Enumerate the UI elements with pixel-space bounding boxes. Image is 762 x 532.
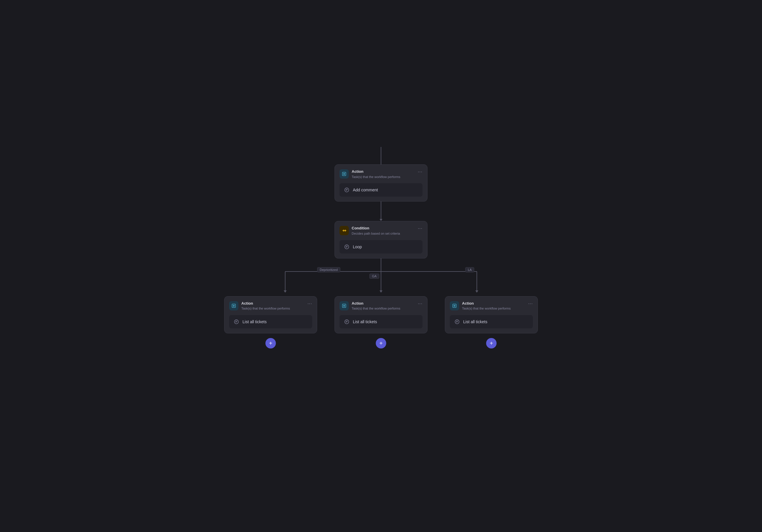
svg-point-20 [455,320,459,324]
branch-section: Deprioritized GA LA [207,259,555,348]
svg-point-17 [345,320,349,324]
list-tickets-label-right: List all tickets [463,319,487,324]
node-type-subtitle: Task(s) that the workflow performs [352,175,401,179]
condition-type-label: Condition [352,226,400,231]
add-step-button-left[interactable]: + [266,338,276,348]
node-body-center: List all tickets [340,315,422,329]
node-body-add-comment: Add comment [340,183,422,196]
node-title-center: Action [352,301,401,306]
node-header: Action Task(s) that the workflow perform… [340,169,422,179]
branch-col-left: Action Task(s) that the workflow perform… [224,296,317,348]
deprioritized-label: Deprioritized [317,267,341,272]
svg-rect-16 [343,305,345,307]
svg-marker-9 [380,290,382,293]
svg-rect-1 [343,173,345,175]
condition-node: Condition Decides path based on set crit… [335,221,427,258]
action-icon-right [450,301,459,310]
ticket-icon-right [454,319,460,325]
la-label: LA [465,267,474,272]
node-title-left: Action [241,301,290,306]
action-node-add-comment: Action Task(s) that the workflow perform… [335,164,427,201]
svg-point-2 [345,188,349,192]
node-body-right: List all tickets [450,315,533,329]
node-menu-right[interactable]: ··· [528,301,533,306]
node-subtitle-left: Task(s) that the workflow performs [241,306,290,311]
loop-label: Loop [353,245,362,249]
condition-type-subtitle: Decides path based on set criteria [352,231,400,236]
ticket-icon-center [343,319,350,325]
branch-nodes-row: Action Task(s) that the workflow perform… [207,296,555,348]
action-node-right: Action Task(s) that the workflow perform… [445,296,538,333]
ticket-icon-left [233,319,240,325]
action-icon [340,169,349,179]
node-menu-center[interactable]: ··· [418,301,422,306]
loop-icon [343,244,350,250]
branch-col-center: Action Task(s) that the workflow perform… [335,296,427,348]
add-comment-icon [343,187,350,193]
condition-icon [340,226,349,235]
list-tickets-label-center: List all tickets [353,319,377,324]
node-menu-button[interactable]: ··· [418,169,422,175]
action-icon-center [340,301,349,310]
condition-menu-button[interactable]: ··· [418,226,422,231]
node-subtitle-center: Task(s) that the workflow performs [352,306,401,311]
svg-point-3 [345,245,349,249]
list-tickets-label-left: List all tickets [243,319,267,324]
ga-label: GA [369,273,379,279]
node-body-loop: Loop [340,240,422,254]
svg-marker-7 [284,290,287,293]
entry-connector [381,147,381,164]
node-subtitle-right: Task(s) that the workflow performs [462,306,511,311]
svg-rect-13 [233,305,235,307]
action-node-left: Action Task(s) that the workflow perform… [224,296,317,333]
add-step-button-right[interactable]: + [486,338,496,348]
branch-lines-svg [236,259,526,296]
node-body-left: List all tickets [229,315,312,329]
mid-connector [380,201,382,221]
branch-connector-area: Deprioritized GA LA [236,259,526,296]
node-type-label: Action [352,169,401,174]
node-title-right: Action [462,301,511,306]
node-menu-left[interactable]: ··· [308,301,312,306]
add-step-button-center[interactable]: + [376,338,386,348]
svg-rect-19 [454,305,455,307]
branch-col-right: Action Task(s) that the workflow perform… [445,296,538,348]
svg-point-14 [234,320,238,324]
workflow-canvas: Action Task(s) that the workflow perform… [207,135,555,397]
condition-node-header: Condition Decides path based on set crit… [340,226,422,236]
action-icon-left [229,301,238,310]
action-node-center: Action Task(s) that the workflow perform… [335,296,427,333]
add-comment-label: Add comment [353,188,378,192]
svg-marker-11 [475,290,478,293]
